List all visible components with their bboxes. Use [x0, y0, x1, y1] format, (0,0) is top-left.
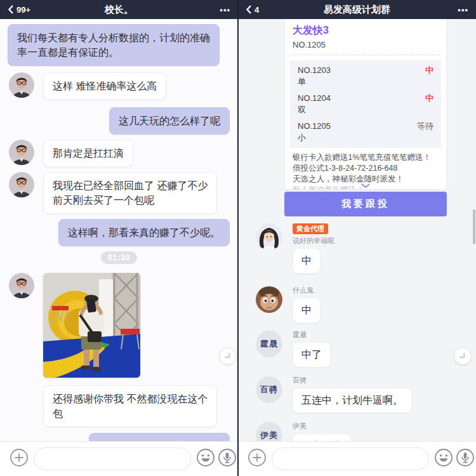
selfie-photo: [43, 273, 140, 378]
left-message-list: 我们每天都有专人分析数据的，计划的准确 率一直都是有保证的。 这样 难怪准确率这…: [0, 19, 238, 441]
plus-icon: [248, 448, 267, 467]
message-bubble: 厉害厉害: [293, 433, 351, 441]
message-bubble: 中: [293, 298, 321, 323]
avatar[interactable]: [9, 140, 34, 165]
message-row: 伊美 伊美 厉害厉害: [256, 422, 351, 441]
right-input-bar: [238, 441, 476, 476]
scroll-arrow-icon: [222, 349, 234, 363]
issue-number: NO.1205: [293, 40, 439, 50]
message-row: 什么鬼 中: [256, 286, 321, 323]
message-bubble-outgoing: 大家一起赚钱，不用客气。: [89, 433, 230, 441]
dashed-divider: [291, 55, 440, 55]
plus-icon: [10, 448, 29, 467]
avatar[interactable]: [9, 172, 34, 197]
man-avatar-icon: [9, 273, 34, 298]
emoji-button[interactable]: [196, 448, 215, 470]
nickname: 说好的幸福呢: [293, 237, 334, 245]
more-menu-icon[interactable]: •••: [220, 5, 230, 15]
message-bubble-outgoing: 这几天玩的怎么样了呢: [109, 107, 230, 135]
message-body: 什么鬼 中: [293, 286, 321, 323]
microphone-icon: [218, 448, 237, 467]
avatar[interactable]: [256, 223, 282, 250]
avatar[interactable]: 霆晟: [256, 331, 282, 357]
plan-bet: 小: [298, 133, 433, 142]
plan-card: 大发快3 NO.1205 NO.1203 中 单 NO.1204 中: [285, 19, 446, 189]
follow-bet-button[interactable]: 我要跟投: [284, 192, 447, 216]
message-bubble: 那肯定是扛扛滴: [43, 140, 133, 167]
plan-bet: 单: [298, 77, 433, 86]
attach-plus-button[interactable]: [248, 448, 267, 470]
scroll-to-bottom-button[interactable]: [454, 347, 472, 365]
voice-button[interactable]: [218, 448, 237, 470]
unread-count: 4: [255, 5, 259, 15]
timestamp: 01:30: [101, 251, 138, 264]
message-body: 霆晟 中了: [293, 331, 331, 367]
message-input[interactable]: [34, 447, 191, 470]
nickname: 百骋: [293, 376, 307, 385]
message-row: 百骋 百骋 五连中，计划牛逼啊。: [256, 376, 412, 413]
left-chat-panel: 99+ 校长。 ••• 我们每天都有专人分析数据的，计划的准确 率一直都是有保证…: [0, 0, 238, 476]
message-input[interactable]: [272, 447, 429, 470]
back-chevron-icon: [246, 4, 252, 15]
back-button[interactable]: 4: [246, 4, 259, 15]
avatar[interactable]: 伊美: [256, 422, 282, 441]
attach-plus-button[interactable]: [10, 448, 29, 470]
avatar[interactable]: [9, 273, 34, 298]
message-bubble: 中: [293, 248, 321, 274]
message-row: [0, 273, 140, 378]
plan-row: NO.1203 中 单: [290, 62, 441, 90]
back-chevron-icon: [8, 4, 14, 15]
panel-divider: [237, 0, 239, 476]
left-header: 99+ 校长。 •••: [0, 0, 238, 19]
message-body: 百骋 五连中，计划牛逼啊。: [293, 376, 412, 413]
scroll-to-bottom-button[interactable]: [219, 347, 237, 365]
avatar[interactable]: [9, 72, 34, 98]
message-body: 伊美 厉害厉害: [293, 422, 351, 441]
message-bubble: 我现在已经全部回血了 还赚了不少 前天刚去买了一个包呢: [43, 172, 217, 214]
right-chat-panel: 4 易发高级计划群 ••• 大发快3 NO.1205 NO.1203 中 单: [238, 0, 476, 476]
right-header: 4 易发高级计划群 •••: [238, 0, 476, 19]
promo-line: 倍投公式1-3-8-24-72-216-648: [293, 163, 439, 174]
avatar[interactable]: [256, 286, 282, 313]
expand-chevron-down-icon[interactable]: [360, 183, 371, 188]
scroll-arrow-icon: [457, 349, 469, 363]
chat-title: 易发高级计划群: [324, 4, 390, 16]
message-row: 那肯定是扛扛滴: [0, 140, 133, 167]
plan-bet: 双: [298, 105, 433, 114]
chat-title: 校长。: [105, 4, 133, 16]
back-button[interactable]: 99+: [8, 4, 30, 15]
plan-result: 等待: [417, 121, 433, 131]
plan-table: NO.1203 中 单 NO.1204 中 双: [290, 60, 441, 148]
message-bubble: 还得感谢你带我 不然都没现在这个 包: [43, 385, 217, 427]
promo-line: 银行卡入款赠送1%笔笔充值笔笔赠送！: [293, 152, 439, 163]
man-avatar-icon: [9, 72, 34, 98]
plan-result: 中: [425, 65, 433, 75]
message-bubble: 中了: [293, 342, 331, 367]
smiley-icon: [196, 448, 215, 467]
microphone-icon: [456, 448, 475, 467]
message-row: 黄金代理 说好的幸福呢 中: [256, 223, 334, 274]
message-body: 黄金代理 说好的幸福呢 中: [293, 223, 334, 274]
nickname: 什么鬼: [293, 286, 314, 294]
plan-issue: NO.1204: [298, 93, 331, 103]
plan-result: 中: [425, 93, 433, 103]
dual-chat-screens: 99+ 校长。 ••• 我们每天都有专人分析数据的，计划的准确 率一直都是有保证…: [0, 0, 476, 476]
plan-issue: NO.1203: [298, 65, 331, 75]
plan-row: NO.1205 等待 小: [290, 118, 441, 146]
message-row: 霆晟 霆晟 中了: [256, 331, 331, 367]
baby-avatar-icon: [256, 286, 282, 313]
message-row: 这样 难怪准确率这么高: [0, 72, 166, 100]
plan-issue: NO.1205: [298, 121, 331, 131]
photo-message[interactable]: [43, 273, 140, 378]
avatar[interactable]: 百骋: [256, 376, 282, 403]
message-bubble: 这样 难怪准确率这么高: [43, 72, 166, 100]
game-title: 大发快3: [293, 24, 439, 37]
voice-button[interactable]: [456, 448, 475, 470]
message-bubble-highlight: 我们每天都有专人分析数据的，计划的准确 率一直都是有保证的。: [8, 24, 220, 66]
message-row: 我现在已经全部回血了 还赚了不少 前天刚去买了一个包呢: [0, 172, 217, 214]
scrollbar-thumb[interactable]: [473, 209, 475, 244]
more-menu-icon[interactable]: •••: [458, 5, 468, 15]
nickname: 霆晟: [293, 331, 307, 339]
nickname: 伊美: [293, 422, 307, 430]
emoji-button[interactable]: [434, 448, 453, 470]
